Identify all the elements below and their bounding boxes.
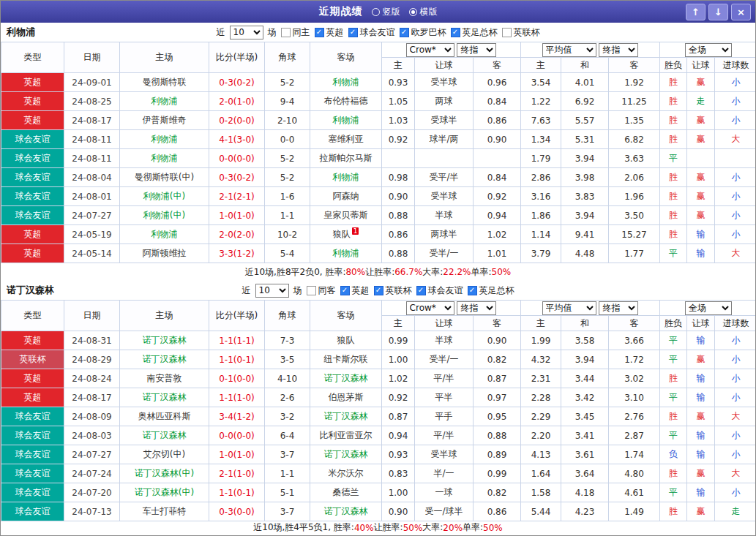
match-type-badge: 英超 [1,331,64,350]
checkbox-icon[interactable] [340,286,350,295]
asian-handicap: 受平/半 [415,168,474,187]
asian-home-odds: 1.02 [382,369,415,388]
asian-away-odds: 0.97 [474,388,521,407]
checkbox-icon[interactable] [281,28,291,37]
match-score: 0-3(0-0) [209,502,265,521]
match-count-select[interactable]: 10 [230,26,263,39]
asian-away-odds: 0.84 [474,168,521,187]
match-row: 英超24-08-24南安普敦0-1(0-0)4-10诺丁汉森林1.02平/半0.… [1,369,756,388]
asian-home-odds: 1.00 [382,483,415,502]
match-count-select[interactable]: 10 [255,284,289,298]
radio-icon[interactable] [372,8,380,16]
average-odds-select[interactable]: 平均值 [542,301,596,315]
layout-radio-vertical[interactable]: 竖版 [372,6,400,18]
goals-outcome: 大 [715,244,756,263]
match-row: 英超24-05-19利物浦2-0(2-0)10-2狼队10.86两球半1.021… [1,225,756,244]
euro-draw-odds: 3.64 [561,464,609,483]
full-match-select[interactable]: 全场 [685,301,732,315]
league-checkbox[interactable]: 英联杯 [374,284,412,297]
league-checkbox[interactable]: 英足总杯 [468,284,514,297]
checkbox-icon[interactable] [416,286,426,295]
handicap-outcome: 赢 [687,464,715,483]
scroll-down-button[interactable]: ↓ [708,4,728,20]
col-header-score: 比分(半场) [209,42,265,73]
match-score: 2-1(1-0) [209,464,265,483]
bookmaker-select[interactable]: Crow* [406,43,454,57]
result-outcome: 胜 [660,111,687,130]
euro-home-odds: 1.22 [521,92,561,111]
checkbox-icon[interactable] [502,28,512,37]
euro-draw-odds: 3.41 [561,426,609,445]
checkbox-icon[interactable] [374,286,383,295]
sub-header-euro-home: 主 [521,316,561,331]
match-type-badge: 球会友谊 [1,130,64,149]
checkbox-icon[interactable] [348,28,358,37]
league-checkbox[interactable]: 球会友谊 [416,284,463,297]
corner-score: 2-6 [265,388,310,407]
euro-home-odds: 1.58 [521,483,561,502]
euro-away-odds: 1.49 [609,502,660,521]
checkbox-icon[interactable] [307,286,316,295]
checkbox-icon[interactable] [400,28,409,37]
final-odds-select[interactable]: 终指 [457,301,496,315]
section-header-forest: 诺丁汉森林 近 10 场 同客 英超英联杯球会友谊英足总杯 [1,281,755,300]
euro-away-odds: 4.61 [609,483,660,502]
league-checkbox[interactable]: 球会友谊 [348,26,395,39]
euro-home-odds: 1.64 [521,464,561,483]
league-checkbox[interactable]: 英超 [340,284,370,297]
euro-away-odds: 11.25 [609,92,660,111]
checkbox-icon[interactable] [315,28,324,37]
sub-header-euro-draw: 和 [561,58,609,73]
result-outcome: 胜 [660,369,687,388]
asian-home-odds: 0.93 [382,73,415,92]
final-odds-select-2[interactable]: 终指 [599,43,638,57]
euro-home-odds: 1.14 [521,225,561,244]
bookmaker-select[interactable]: Crow* [406,301,454,315]
goals-outcome: 小 [715,187,756,206]
match-row: 球会友谊24-08-09奥林匹亚科斯3-4(1-2)3-2诺丁汉森林0.87平手… [1,407,756,426]
euro-draw-odds: 3.58 [561,331,609,350]
league-checkbox[interactable]: 英联杯 [502,26,540,39]
radio-label: 横版 [420,6,438,18]
full-match-select[interactable]: 全场 [685,43,732,57]
radio-icon[interactable] [409,8,417,16]
same-venue-checkbox[interactable]: 同客 [307,284,336,297]
handicap-outcome: 赢 [687,350,715,369]
corner-score: 5-2 [265,168,310,187]
euro-home-odds: 2.31 [521,369,561,388]
euro-away-odds: 1.72 [609,350,660,369]
filter-bar: 近 10 场 同主 英超球会友谊欧罗巴杯英足总杯英联杯 [217,26,540,39]
home-team: 车士打菲特 [120,502,209,521]
league-checkbox[interactable]: 英超 [315,26,344,39]
average-odds-select[interactable]: 平均值 [542,43,596,57]
away-team: 塞维利亚 [310,130,382,149]
handicap-outcome: 输 [687,483,715,502]
final-odds-select[interactable]: 终指 [457,43,496,57]
titlebar: 近期战绩 竖版 横版 ↑ ↓ × [1,1,755,23]
corner-score: 0-0 [265,130,310,149]
checkbox-icon[interactable] [451,28,460,37]
league-checkbox[interactable]: 欧罗巴杯 [400,26,446,39]
handicap-outcome: 赢 [687,502,715,521]
match-row: 球会友谊24-07-13车士打菲特0-3(0-0)3-7诺丁汉森林0.90受一/… [1,502,756,521]
match-date: 24-08-17 [64,111,120,130]
close-button[interactable]: × [731,4,751,20]
euro-home-odds: 1.79 [521,149,561,168]
away-team: 狼队1 [310,225,382,244]
match-type-badge: 球会友谊 [1,168,64,187]
home-team: 利物浦 [120,130,209,149]
section-header-liverpool: 利物浦 近 10 场 同主 英超球会友谊欧罗巴杯英足总杯英联杯 [1,23,755,42]
layout-radio-horizontal[interactable]: 横版 [409,6,438,18]
asian-away-odds: 0.88 [474,426,521,445]
asian-home-odds: 1.00 [382,350,415,369]
summary-text: 单率: [471,266,491,279]
summary-text: 50% [492,267,512,277]
euro-home-odds: 2.28 [521,388,561,407]
games-label: 场 [293,284,302,297]
checkbox-icon[interactable] [468,286,477,295]
final-odds-select-2[interactable]: 终指 [599,301,638,315]
league-checkbox[interactable]: 英足总杯 [451,26,498,39]
same-venue-checkbox[interactable]: 同主 [281,26,310,39]
match-row: 英超24-08-17伊普斯维奇0-2(0-0)2-10利物浦1.03受球半0.8… [1,111,756,130]
scroll-up-button[interactable]: ↑ [686,4,706,20]
